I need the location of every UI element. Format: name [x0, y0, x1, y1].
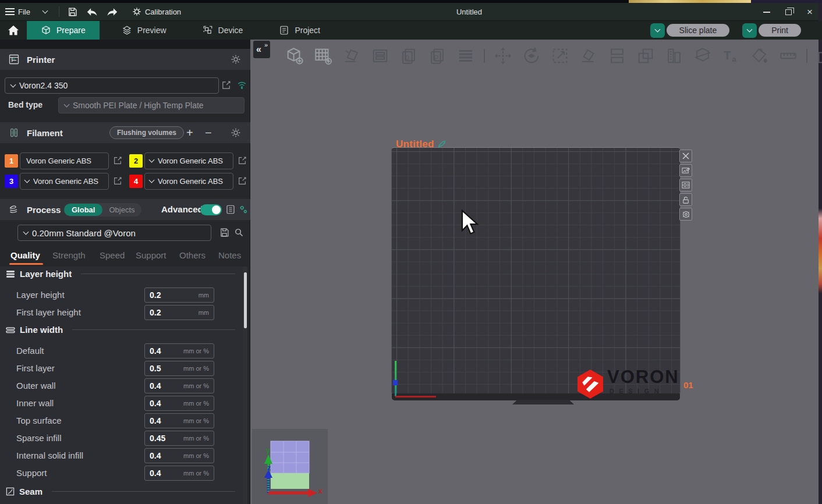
move-button[interactable] — [493, 45, 513, 66]
filament-1-badge[interactable]: 1 — [5, 154, 18, 168]
layer-height-input[interactable]: 0.2 mm — [144, 288, 214, 303]
scope-objects-button[interactable]: Objects — [102, 204, 141, 216]
edit-filament-4-button[interactable] — [238, 176, 247, 186]
variable-layer-height-button[interactable] — [455, 45, 476, 66]
tab-preview[interactable]: Preview — [108, 21, 180, 40]
add-filament-button[interactable]: + — [186, 126, 193, 140]
split-to-parts-button[interactable] — [635, 45, 656, 66]
file-menu[interactable]: File — [0, 3, 36, 20]
calibration-icon — [132, 7, 141, 16]
paint-button[interactable] — [749, 45, 770, 66]
lock-icon — [682, 196, 689, 204]
edit-filament-2-button[interactable] — [238, 156, 247, 165]
sidebar-scrollbar-thumb[interactable] — [244, 272, 247, 328]
line-width-support-input[interactable]: 0.4 mm or % — [144, 466, 214, 481]
line-width-outer-wall-input[interactable]: 0.4 mm or % — [144, 378, 214, 393]
print-button[interactable]: Print — [759, 24, 801, 37]
filament-2-select[interactable]: Voron Generic ABS — [144, 152, 233, 169]
line-width-top-surface-input[interactable]: 0.4 mm or % — [144, 413, 214, 428]
auto-orient-button[interactable] — [341, 45, 362, 66]
print-split-button: Print — [742, 23, 801, 38]
build-plate[interactable] — [391, 147, 681, 395]
filament-3-select[interactable]: Voron Generic ABS — [20, 173, 109, 190]
arrange-button[interactable] — [370, 45, 391, 66]
color-fill-button[interactable] — [664, 45, 685, 66]
filament-3-badge[interactable]: 3 — [5, 175, 18, 188]
plate-camera-button[interactable] — [679, 208, 692, 221]
slice-options-button[interactable] — [650, 23, 665, 38]
rotate-button[interactable] — [521, 45, 542, 66]
process-tab-quality[interactable]: Quality — [10, 250, 40, 260]
remove-filament-button[interactable]: − — [205, 126, 212, 140]
line-width-sparse-infill-input[interactable]: 0.45 mm or % — [144, 431, 214, 446]
slice-plate-button[interactable]: Slice plate — [667, 24, 730, 37]
first-layer-height-input[interactable]: 0.2 mm — [144, 305, 214, 320]
tab-device[interactable]: Device — [189, 21, 257, 40]
window-title: Untitled — [431, 8, 508, 16]
split-to-objects-icon — [607, 46, 627, 66]
line-width-first-layer-input[interactable]: 0.5 mm or % — [144, 361, 214, 376]
process-tab-strength[interactable]: Strength — [52, 250, 86, 260]
edit-filament-3-button[interactable] — [113, 176, 122, 186]
cut-button[interactable] — [692, 45, 713, 66]
add-text-button[interactable]: Ta — [721, 45, 742, 66]
printer-settings-button[interactable] — [231, 54, 241, 65]
tab-device-label: Device — [218, 26, 243, 35]
process-tab-notes[interactable]: Notes — [218, 250, 241, 260]
process-preset-select[interactable]: 0.20mm Standard @Voron — [17, 225, 211, 241]
add-plate-button[interactable] — [313, 45, 334, 66]
save-preset-button[interactable] — [219, 228, 229, 237]
copy-button[interactable]: 0 — [398, 45, 419, 66]
plate-settings-button[interactable] — [679, 164, 692, 177]
paste-button[interactable]: P — [427, 45, 448, 66]
advanced-toggle[interactable] — [200, 204, 222, 215]
print-options-button[interactable] — [742, 23, 757, 38]
restore-button[interactable] — [785, 9, 792, 15]
split-to-objects-button[interactable] — [607, 45, 628, 66]
process-tab-others[interactable]: Others — [179, 250, 206, 260]
wifi-icon[interactable] — [237, 80, 247, 89]
process-tab-speed[interactable]: Speed — [100, 250, 125, 260]
lay-on-face-button[interactable] — [578, 45, 599, 66]
minimize-button[interactable] — [763, 12, 770, 13]
flushing-volumes-button[interactable]: Flushing volumes — [109, 126, 184, 139]
lock-plate-button[interactable] — [679, 193, 692, 206]
bed-type-select[interactable]: Smooth PEI Plate / High Temp Plate — [58, 97, 245, 113]
calibration-menu[interactable]: Calibration — [127, 3, 186, 20]
measure-button[interactable] — [778, 45, 799, 66]
redo-button[interactable] — [102, 3, 122, 20]
tab-project[interactable]: Project — [265, 21, 334, 40]
setting-value: 0.4 — [150, 468, 161, 478]
edit-printer-button[interactable] — [221, 80, 231, 90]
parameter-settings-button[interactable] — [238, 204, 249, 215]
printer-preset-select[interactable]: Voron2.4 350 — [5, 77, 219, 94]
plate-name-button[interactable] — [679, 179, 692, 191]
menu-expand-button[interactable] — [36, 3, 55, 20]
sidebar-collapse-button[interactable]: » « — [253, 41, 270, 58]
setting-unit: mm — [199, 292, 209, 299]
delete-plate-button[interactable] — [679, 150, 692, 162]
filament-settings-button[interactable] — [231, 127, 241, 138]
filament-2-badge[interactable]: 2 — [129, 154, 143, 168]
filament-1-name: Voron Generic ABS — [25, 157, 91, 165]
close-button[interactable]: × — [807, 7, 813, 17]
scope-global-button[interactable]: Global — [64, 204, 102, 216]
tab-prepare[interactable]: Prepare — [27, 21, 100, 40]
filament-1-select[interactable]: Voron Generic ABS — [20, 152, 109, 169]
process-tab-support[interactable]: Support — [136, 250, 166, 260]
line-width-inner-wall-input[interactable]: 0.4 mm or % — [144, 396, 214, 411]
search-preset-button[interactable] — [234, 228, 244, 237]
parameter-table-button[interactable] — [225, 204, 236, 215]
edit-filament-1-button[interactable] — [113, 156, 122, 165]
filament-4-select[interactable]: Voron Generic ABS — [144, 173, 233, 190]
world-gizmo-panel[interactable]: y z x — [252, 429, 328, 504]
assembly-view-button[interactable] — [815, 45, 822, 66]
filament-4-badge[interactable]: 4 — [129, 175, 143, 188]
line-width-default-input[interactable]: 0.4 mm or % — [144, 343, 214, 359]
home-button[interactable] — [0, 21, 27, 40]
add-object-button[interactable] — [284, 45, 305, 66]
scale-button[interactable] — [550, 45, 571, 66]
line-width-internal-solid-infill-input[interactable]: 0.4 mm or % — [144, 448, 214, 463]
save-button[interactable] — [63, 3, 83, 20]
undo-button[interactable] — [83, 3, 102, 20]
